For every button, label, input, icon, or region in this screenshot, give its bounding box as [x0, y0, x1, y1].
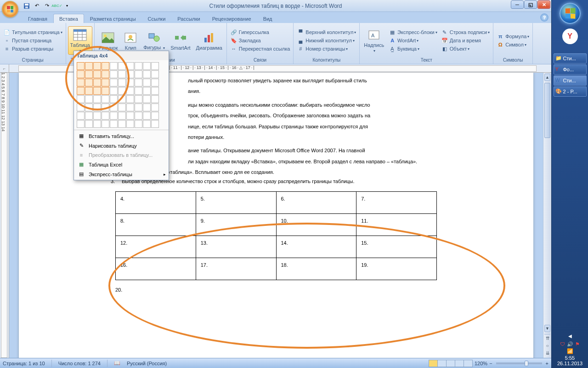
draw-table-item[interactable]: ✎Нарисовать таблицу	[74, 141, 169, 150]
redo-icon[interactable]: ↷	[42, 1, 51, 11]
omega-icon: Ω	[497, 41, 504, 48]
next-page-icon[interactable]: ⇊	[544, 350, 550, 357]
datetime-button[interactable]: 📅Дата и время	[440, 36, 482, 45]
group-symbols-label: Символы	[495, 57, 531, 63]
bookmark-button[interactable]: 🔖Закладка	[229, 36, 262, 45]
tray-flag-icon[interactable]: ⚑	[575, 341, 580, 347]
start-button[interactable]	[560, 3, 581, 24]
yandex-icon[interactable]: Y	[562, 29, 578, 44]
tray-shield-icon[interactable]: 🛡	[560, 341, 565, 347]
grid-icon: ▦	[77, 133, 86, 139]
group-text-label: Текст	[362, 57, 491, 63]
table-size-grid[interactable]	[74, 60, 169, 130]
clip-button[interactable]: Клип	[121, 29, 140, 52]
excel-table-item[interactable]: ▦Таблица Excel	[74, 160, 169, 169]
view-reading-icon[interactable]	[437, 360, 447, 367]
header-icon: ▀	[297, 29, 304, 36]
save-icon[interactable]	[22, 1, 31, 11]
insert-table-item[interactable]: ▦Вставить таблицу...	[74, 131, 169, 141]
scroll-thumb[interactable]	[544, 83, 550, 138]
signature-button[interactable]: ✎Строка подписи▾	[440, 28, 491, 36]
taskbar-item-3[interactable]: WСти...	[554, 75, 587, 86]
undo-icon[interactable]: ↶	[32, 1, 41, 11]
status-lang[interactable]: Русский (Россия)	[127, 361, 167, 366]
smartart-button[interactable]: SmartArt	[168, 29, 192, 52]
office-button[interactable]	[2, 1, 18, 17]
textbox-button[interactable]: AНадпись▾	[362, 26, 386, 55]
prev-page-icon[interactable]: ⇈	[544, 334, 550, 342]
chart-icon	[202, 30, 216, 45]
header-button[interactable]: ▀Верхний колонтитул▾	[295, 28, 357, 36]
tab-layout[interactable]: Разметка страницы	[84, 14, 142, 23]
zoom-in-icon[interactable]: +	[546, 361, 548, 366]
zoom-level[interactable]: 120%	[475, 361, 487, 366]
close-button[interactable]: ✕	[537, 0, 550, 9]
symbol-button[interactable]: ΩСимвол▾	[495, 40, 528, 49]
zoom-slider[interactable]	[496, 362, 542, 364]
picture-icon	[101, 30, 115, 45]
object-button[interactable]: ◧Объект▾	[440, 45, 471, 53]
blank-page-button[interactable]: ▫Пустая страница	[2, 36, 53, 45]
word-icon: W	[555, 77, 562, 84]
chart-button[interactable]: Диаграмма	[194, 29, 225, 52]
tab-mailings[interactable]: Рассылки	[171, 14, 206, 23]
status-page[interactable]: Страница: 1 из 10	[3, 361, 45, 366]
vertical-scrollbar[interactable]: ▲ ▼ ⇈ ○ ⇊	[543, 73, 551, 358]
tab-view[interactable]: Вид	[257, 14, 278, 23]
tray-expand-icon[interactable]: ◀	[568, 334, 572, 339]
tab-review[interactable]: Рецензирование	[206, 14, 257, 23]
ribbon-tabs: Главная Вставка Разметка страницы Ссылки…	[0, 12, 551, 23]
maximize-button[interactable]: ◱	[524, 0, 537, 9]
spellcheck-icon[interactable]: ABC✓	[52, 1, 62, 11]
shapes-button[interactable]: Фигуры ▾	[141, 29, 167, 52]
zoom-out-icon[interactable]: −	[489, 361, 492, 366]
ruler-corner[interactable]: ⌐	[0, 64, 9, 73]
pi-icon: π	[497, 33, 504, 40]
tray-volume-icon[interactable]: 🔊	[567, 341, 573, 347]
group-hf-label: Колонтитулы	[295, 57, 357, 63]
status-words[interactable]: Число слов: 1 274	[58, 361, 101, 366]
hyperlink-button[interactable]: 🔗Гиперссылка	[229, 28, 271, 36]
ruler-toggle-icon[interactable]	[543, 64, 551, 73]
svg-rect-13	[149, 34, 154, 38]
view-draft-icon[interactable]	[464, 360, 473, 367]
taskbar-item-2[interactable]: YФо...	[554, 64, 587, 75]
pagenum-button[interactable]: #Номер страницы▾	[295, 45, 349, 53]
view-web-icon[interactable]	[446, 360, 455, 367]
minimize-button[interactable]: ─	[511, 0, 524, 9]
footer-button[interactable]: ▄Нижний колонтитул▾	[295, 36, 356, 45]
taskbar-item-4[interactable]: 🎨2 - P...	[554, 86, 587, 97]
view-buttons	[429, 360, 473, 367]
equation-button[interactable]: πФормула▾	[495, 32, 531, 40]
clock[interactable]: 5:5526.11.2013	[557, 355, 582, 366]
quickparts-button[interactable]: ▦Экспресс-блоки▾	[387, 28, 439, 36]
vertical-ruler[interactable]: 1 2 3 4 5 6 7 8 9 10 11 12 13 14	[0, 73, 9, 358]
view-print-icon[interactable]	[429, 360, 438, 367]
tab-references[interactable]: Ссылки	[142, 14, 172, 23]
taskbar-item-1[interactable]: 📁Сти...	[554, 53, 587, 63]
tab-insert[interactable]: Вставка	[53, 14, 84, 23]
crossref-button[interactable]: ↔Перекрестная ссылка	[229, 45, 292, 53]
browse-object-icon[interactable]: ○	[544, 342, 550, 349]
page-break-button[interactable]: ≡Разрыв страницы	[2, 45, 55, 53]
hash-icon: #	[297, 45, 304, 52]
tab-home[interactable]: Главная	[22, 14, 53, 23]
svg-marker-16	[181, 35, 183, 40]
view-outline-icon[interactable]	[455, 360, 464, 367]
dropcap-icon: A̲	[389, 45, 396, 52]
title-page-button[interactable]: 📄Титульная страница▾	[2, 28, 64, 36]
scroll-up-icon[interactable]: ▲	[544, 74, 550, 81]
svg-rect-2	[25, 6, 28, 8]
scroll-down-icon[interactable]: ▼	[544, 325, 550, 332]
svg-text:A: A	[371, 33, 375, 38]
dropcap-button[interactable]: A̲Буквица▾	[387, 45, 421, 53]
help-button[interactable]: ?	[540, 13, 548, 22]
qat-more-icon[interactable]: ▾	[62, 1, 72, 11]
link-icon: 🔗	[230, 29, 237, 36]
document-table[interactable]: 4.5.6.7. 8.9.10.11. 12.13.14.15. 16.17.1…	[115, 191, 437, 280]
tray-network-icon[interactable]: 📶	[567, 348, 573, 354]
quick-tables-item[interactable]: ▤Экспресс-таблицы▸	[74, 169, 169, 179]
wordart-button[interactable]: AWordArt▾	[387, 36, 420, 45]
picture-button[interactable]: Рисунок	[96, 29, 120, 52]
status-spellcheck-icon[interactable]: 📖	[114, 360, 120, 366]
